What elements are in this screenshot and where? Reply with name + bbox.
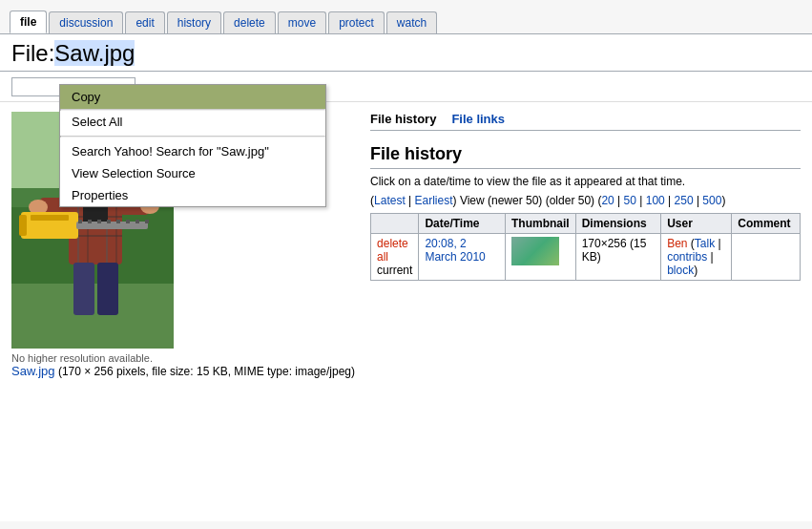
tab-file[interactable]: file	[10, 11, 47, 33]
page-title-prefix: File:	[11, 40, 54, 66]
pagination-text-end: )	[721, 194, 725, 207]
col-header-radio	[371, 214, 419, 234]
tab-delete[interactable]: delete	[223, 11, 276, 33]
table-cell-comment	[732, 234, 801, 281]
svg-rect-25	[107, 220, 111, 223]
main-content: File:Saw.jpg Copy Select All Search Yaho…	[0, 34, 812, 521]
table-cell-user: Ben (Talk | contribs | block)	[661, 234, 732, 281]
user-link[interactable]: Ben	[667, 237, 687, 250]
pipe2: |	[711, 250, 714, 264]
current-badge: current	[377, 264, 412, 277]
page-title-highlighted: Saw.jpg	[54, 40, 135, 66]
col-header-comment: Comment	[732, 214, 801, 234]
pagination-100[interactable]: 100	[646, 194, 665, 207]
table-header-row: Date/Time Thumbnail Dimensions User Comm…	[371, 214, 801, 234]
context-menu-select-all[interactable]: Select All	[60, 111, 325, 133]
col-header-datetime: Date/Time	[419, 214, 506, 234]
pagination-earliest[interactable]: Earliest	[415, 194, 453, 207]
tabs-bar: file discussion edit history delete move…	[0, 0, 812, 34]
contribs-link[interactable]: contribs	[667, 250, 707, 264]
context-menu-copy[interactable]: Copy	[60, 85, 325, 109]
svg-rect-31	[73, 263, 94, 315]
page-title: File:Saw.jpg	[0, 34, 812, 72]
pagination-50[interactable]: 50	[624, 194, 636, 207]
svg-rect-20	[19, 215, 27, 236]
pagination-250[interactable]: 250	[675, 194, 694, 207]
right-section: File history File links File history Cli…	[370, 112, 801, 378]
talk-link[interactable]: Talk	[695, 237, 715, 250]
file-tabs: File history File links	[370, 112, 801, 131]
file-history-desc: Click on a date/time to view the file as…	[370, 175, 801, 188]
user-links-end: )	[694, 264, 697, 277]
pipe1: |	[718, 237, 721, 250]
svg-rect-22	[78, 220, 82, 223]
col-header-user: User	[661, 214, 732, 234]
datetime-link[interactable]: 20:08, 2 March 2010	[425, 237, 485, 264]
history-table: Date/Time Thumbnail Dimensions User Comm…	[370, 213, 801, 281]
no-higher-res-text: No higher resolution available.	[11, 352, 355, 364]
tab-protect[interactable]: protect	[328, 11, 385, 33]
svg-rect-23	[88, 220, 92, 223]
pagination-text-view: ) View (newer 50) (older 50) (	[453, 194, 602, 207]
table-cell-action: delete all current	[371, 234, 419, 281]
file-history-heading: File history	[370, 140, 801, 169]
svg-rect-29	[145, 220, 149, 223]
pagination-latest[interactable]: Latest	[374, 194, 406, 207]
file-links-tab[interactable]: File links	[451, 112, 505, 126]
file-info-line: Saw.jpg (170 × 256 pixels, file size: 15…	[11, 364, 355, 378]
pagination-info: (Latest | Earliest) View (newer 50) (old…	[370, 194, 801, 207]
tab-history[interactable]: history	[167, 11, 221, 33]
block-link[interactable]: block	[667, 264, 694, 277]
col-header-dimensions: Dimensions	[575, 214, 661, 234]
table-cell-dimensions: 170×256 (15 KB)	[575, 234, 661, 281]
svg-rect-28	[135, 220, 139, 223]
svg-rect-26	[116, 220, 120, 223]
svg-rect-30	[31, 215, 69, 221]
file-history-tab[interactable]: File history	[370, 112, 436, 126]
tab-move[interactable]: move	[278, 11, 326, 33]
thumbnail-image	[511, 237, 559, 265]
context-menu: Copy Select All Search Yahoo! Search for…	[59, 84, 326, 207]
pagination-20[interactable]: 20	[601, 194, 614, 207]
col-header-thumbnail: Thumbnail	[505, 214, 575, 234]
svg-rect-24	[97, 220, 101, 223]
table-cell-datetime: 20:08, 2 March 2010	[419, 234, 506, 281]
context-menu-search-yahoo[interactable]: Search Yahoo! Search for "Saw.jpg"	[60, 140, 325, 162]
file-info-link[interactable]: Saw.jpg	[11, 364, 55, 378]
delete-all-link[interactable]: delete all	[377, 237, 408, 264]
tab-edit[interactable]: edit	[125, 11, 164, 33]
svg-rect-32	[97, 263, 118, 315]
tab-discussion[interactable]: discussion	[49, 11, 123, 33]
file-info-text: (170 × 256 pixels, file size: 15 KB, MIM…	[55, 365, 355, 378]
tab-watch[interactable]: watch	[386, 11, 437, 33]
context-menu-view-selection-source[interactable]: View Selection Source	[60, 162, 325, 184]
context-menu-properties[interactable]: Properties	[60, 184, 325, 206]
history-table-body: delete all current 20:08, 2 March 2010 1…	[371, 234, 801, 281]
table-row: delete all current 20:08, 2 March 2010 1…	[371, 234, 801, 281]
pagination-500[interactable]: 500	[702, 194, 721, 207]
table-cell-thumbnail	[505, 234, 575, 281]
svg-rect-27	[126, 220, 130, 223]
context-separator	[60, 136, 325, 138]
